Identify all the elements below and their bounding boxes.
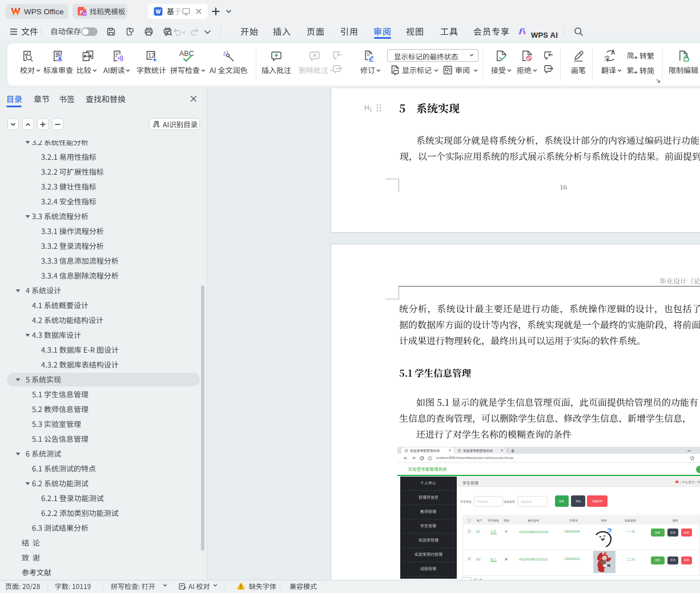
- svg-text:AI: AI: [83, 13, 86, 15]
- svg-text:12: 12: [148, 52, 155, 59]
- svg-text:ABC: ABC: [179, 50, 194, 58]
